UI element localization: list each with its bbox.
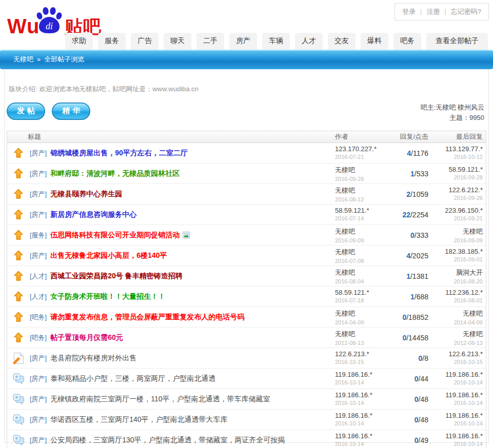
nav-tab-5[interactable]: 房产 <box>229 33 257 50</box>
click-count: 533 <box>417 170 428 178</box>
last-reply-date: 2016-09-09 <box>428 237 483 243</box>
nav-tab-0[interactable]: 求助 <box>65 33 93 50</box>
digest-button[interactable]: 精华 <box>52 103 90 120</box>
last-reply-author[interactable]: 无棣吧 <box>428 309 483 318</box>
thread-category-tag[interactable]: [人才] <box>30 292 47 301</box>
thread-category-tag[interactable]: [房产] <box>30 190 47 199</box>
moderator-label: 吧主:无棣吧 棣州风云 <box>421 103 484 113</box>
author-name[interactable]: 无棣吧 <box>335 330 392 339</box>
thread-title-link[interactable]: 泰和苑精品小户型，三楼，两室两厅，户型南北通透 <box>50 374 215 383</box>
post-button[interactable]: 发帖 <box>7 103 45 120</box>
thread-category-tag[interactable]: [服务] <box>30 231 47 240</box>
author-name[interactable]: 119.186.16.* <box>335 432 392 440</box>
last-reply-date: 2014-04-09 <box>428 319 483 325</box>
author-cell: 119.186.16.*2016-10-14 <box>335 430 392 448</box>
thread-title-link[interactable]: 伍思网络科技有限公司开业期间促销活动 <box>50 231 180 240</box>
user-link-1[interactable]: 注册 <box>426 8 440 15</box>
thread-category-tag[interactable]: [房产] <box>30 149 47 158</box>
pin-icon <box>11 332 26 343</box>
thread-title-link[interactable]: 和畔府邸：清波河畔，无棣品质园林社区 <box>50 169 180 178</box>
nav-tab-4[interactable]: 二手 <box>196 33 224 50</box>
breadcrumb-forum-link[interactable]: 无棣吧 <box>13 55 33 63</box>
author-name[interactable]: 无棣吧 <box>335 309 392 318</box>
thread-title-link[interactable]: 锦绣城楼房屋出售，90平方左右，二室二厅 <box>50 149 188 158</box>
thread-title-link[interactable]: 帖子置顶每月仅需60元 <box>50 333 123 342</box>
thread-title-link[interactable]: 新居房产信息咨询服务中心 <box>50 210 136 219</box>
thread-category-tag[interactable]: [房产] <box>30 374 47 383</box>
thread-title-cell: [人才]女子防身术开班啦！！大量招生！！ <box>7 287 335 307</box>
nav-tab-10[interactable]: 吧务 <box>393 33 421 50</box>
author-name[interactable]: 123.170.227.* <box>335 145 392 153</box>
login-box: 登录|注册|忘记密码? <box>395 3 489 21</box>
author-name[interactable]: 无棣吧 <box>335 248 392 257</box>
author-name[interactable]: 119.186.16.* <box>335 391 392 399</box>
author-cell: 无棣吧2012-08-13 <box>335 328 392 348</box>
thread-category-tag[interactable]: [房产] <box>30 415 47 424</box>
author-name[interactable]: 58.59.121.* <box>335 207 392 214</box>
thread-category-tag[interactable]: [房产] <box>30 395 47 404</box>
thread-category-tag[interactable]: [吧务] <box>30 333 47 342</box>
last-reply-author[interactable]: 182.38.185.* <box>428 248 483 255</box>
nav-tab-3[interactable]: 聊天 <box>164 33 191 50</box>
click-count: 2025 <box>412 252 428 260</box>
thread-category-tag[interactable]: [房产] <box>30 210 47 219</box>
nav-tab-8[interactable]: 交友 <box>328 33 356 50</box>
nav-tab-11[interactable]: 查看全部帖子 <box>426 33 488 50</box>
topbar: 登录|注册|忘记密码? Wu di 贴吧 求助服务广告聊天二手房产车辆人才交友爆… <box>0 0 493 50</box>
author-name[interactable]: 无棣吧 <box>335 166 392 175</box>
thread-category-tag[interactable]: [房产] <box>30 436 47 445</box>
author-cell: 无棣吧2016-08-04 <box>335 266 392 286</box>
last-reply-author[interactable]: 无棣吧 <box>428 227 483 236</box>
nav-tab-6[interactable]: 车辆 <box>262 33 290 50</box>
last-reply-author[interactable]: 122.6.212.* <box>428 186 483 194</box>
thread-title-link[interactable]: 无棣镇政府南院三室两厅一楼，110平，户型南北通透，带车库储藏室 <box>50 395 270 404</box>
thread-category-tag[interactable]: [房产] <box>30 169 47 178</box>
post-date: 2016-07-14 <box>335 215 392 221</box>
reply-count: 0 <box>415 395 419 403</box>
thread-category-tag[interactable]: [吧务] <box>30 313 47 322</box>
thread-title-link[interactable]: 请勿重复发布信息，管理员会屏蔽严重重复发布人的电话号码 <box>50 313 244 322</box>
replies-clicks-cell: 4/1176 <box>392 143 428 163</box>
thread-category-tag[interactable]: [人才] <box>30 272 47 281</box>
thread-title-link[interactable]: 西城工业园荣昌路20号 鲁丰精密铸造招聘 <box>50 272 182 281</box>
user-link-2[interactable]: 忘记密码? <box>451 8 481 15</box>
thread-title-link[interactable]: 无棣县颐养中心养生园 <box>50 190 122 199</box>
last-reply-cell: 113.129.77.*2016-10-12 <box>428 143 486 163</box>
user-link-0[interactable]: 登录 <box>402 8 416 15</box>
last-reply-author[interactable]: 119.186.16.* <box>428 371 483 378</box>
author-name[interactable]: 无棣吧 <box>335 186 392 195</box>
thread-table: 标题 作者 回复/点击 最后回复 [房产]锦绣城楼房屋出售，90平方左右，二室二… <box>7 131 486 448</box>
thread-title-link[interactable]: 华诺西区五楼，三室两厅140平，户型南北通透带大车库 <box>50 415 227 424</box>
last-reply-author[interactable]: 113.129.77.* <box>428 145 483 153</box>
author-name[interactable]: 无棣吧 <box>335 268 392 277</box>
nav-tab-7[interactable]: 人才 <box>295 33 323 50</box>
nav-tab-9[interactable]: 爆料 <box>361 33 388 50</box>
reply-count: 1 <box>406 272 410 280</box>
last-reply-author[interactable]: 112.236.12.* <box>428 289 483 296</box>
last-reply-author[interactable]: 脑洞大开 <box>428 268 483 277</box>
author-name[interactable]: 122.6.213.* <box>335 350 392 358</box>
author-name[interactable]: 119.186.16.* <box>335 371 392 378</box>
author-name[interactable]: 无棣吧 <box>335 227 392 236</box>
thread-title-link[interactable]: 女子防身术开班啦！！大量招生！！ <box>50 292 165 301</box>
paw-icon: di <box>34 6 64 37</box>
last-reply-author[interactable]: 122.6.213.* <box>428 350 483 358</box>
replies-clicks-cell: 2/1059 <box>392 184 428 204</box>
author-name[interactable]: 58.59.121.* <box>335 289 392 296</box>
last-reply-author[interactable]: 119.186.16.* <box>428 391 483 399</box>
actions-row: 发帖 精华 吧主:无棣吧 棣州风云 主题：9950 <box>7 103 485 123</box>
last-reply-author[interactable]: 223.96.150.* <box>428 207 483 214</box>
last-reply-author[interactable]: 119.186.16.* <box>428 432 483 440</box>
thread-title-link[interactable]: 出售无棣鲁北家园小高层，6楼140平 <box>50 251 167 260</box>
thread-title-link[interactable]: 公安局四楼，三室两厅130平，户型南北通透，带储藏室，两证齐全可按揭 <box>50 436 285 445</box>
last-reply-cell: 无棣吧2012-08-13 <box>428 328 486 348</box>
nav-tab-1[interactable]: 服务 <box>98 33 126 50</box>
last-reply-author[interactable]: 119.186.16.* <box>428 412 483 419</box>
thread-category-tag[interactable]: [房产] <box>30 251 47 260</box>
author-name[interactable]: 119.186.16.* <box>335 412 392 419</box>
last-reply-author[interactable]: 无棣吧 <box>428 330 483 339</box>
nav-tab-2[interactable]: 广告 <box>131 33 159 50</box>
thread-category-tag[interactable]: [房产] <box>30 354 47 363</box>
last-reply-author[interactable]: 58.59.121.* <box>428 166 483 173</box>
thread-title-link[interactable]: 老县府院内有楼房对外出售 <box>50 354 136 363</box>
